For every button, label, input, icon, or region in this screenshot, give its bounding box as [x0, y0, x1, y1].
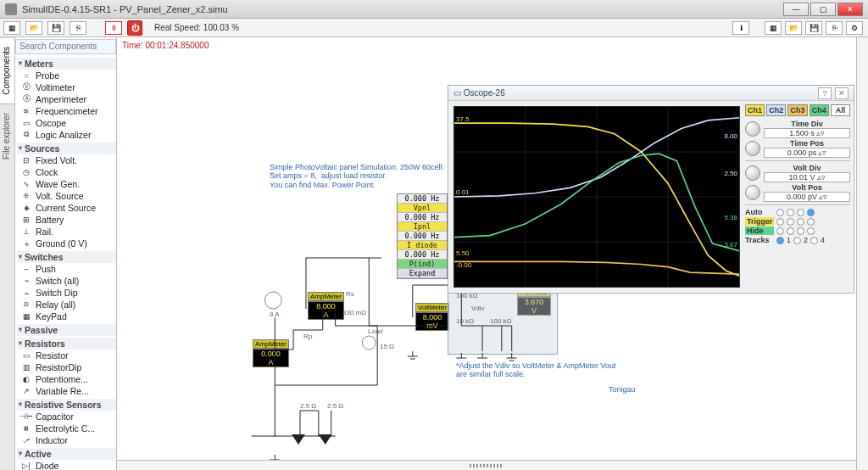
component-battery[interactable]: ⊞Battery — [17, 214, 116, 226]
category-active[interactable]: Active — [17, 448, 116, 460]
hide-ch4[interactable] — [807, 227, 815, 235]
component-capacitor[interactable]: ⊣⊢Capacitor — [17, 411, 116, 422]
knob-timepos[interactable] — [745, 141, 760, 156]
auto-ch3[interactable] — [797, 209, 804, 216]
hide-ch3[interactable] — [797, 227, 804, 235]
component-icon: ◐ — [20, 375, 32, 383]
toolbar-r5-icon[interactable]: ⚙ — [846, 21, 863, 35]
component-potentiome-[interactable]: ◐Potentiome... — [17, 373, 116, 385]
component-label: Switch (all) — [36, 276, 79, 286]
component-clock[interactable]: ◷Clock — [17, 166, 116, 178]
auto-ch1[interactable] — [776, 209, 784, 216]
toolbar-power-icon[interactable]: ⏻ — [127, 20, 142, 36]
tab-components[interactable]: Components — [0, 37, 14, 104]
component-icon: ∿ — [20, 180, 32, 188]
tracks-4[interactable] — [810, 237, 818, 244]
input-voltpos[interactable]: 0.000 pV▵▿ — [764, 192, 850, 202]
main-toolbar: ▦ 📂 💾 ⎘ ⏸ ⏻ Real Speed: 100.03 % ℹ ▦ 📂 💾… — [0, 19, 868, 37]
tracks-1[interactable] — [776, 237, 784, 244]
component-diode[interactable]: ▷|Diode — [17, 460, 116, 471]
component-ground-0-v-[interactable]: ⏚Ground (0 V) — [17, 238, 116, 249]
toolbar-saveas-icon[interactable]: ⎘ — [70, 21, 86, 35]
bottom-splitter[interactable] — [117, 460, 856, 470]
trig-ch2[interactable] — [787, 218, 794, 226]
oscope-close-icon[interactable]: ✕ — [835, 87, 849, 99]
tab-ch4[interactable]: Ch4 — [810, 104, 829, 116]
component-resistordip[interactable]: ▥ResistorDip — [17, 361, 116, 373]
tab-file-explorer[interactable]: File explorer — [0, 104, 14, 168]
category-resistive-sensors[interactable]: Resistive Sensors — [17, 399, 116, 411]
component-resistor[interactable]: ▭Resistor — [17, 350, 116, 361]
component-label: Switch Dip — [36, 288, 78, 298]
toolbar-save-icon[interactable]: 💾 — [47, 21, 64, 35]
hide-ch2[interactable] — [787, 227, 794, 235]
close-button[interactable]: ✕ — [837, 3, 863, 16]
component-volt-source[interactable]: ⁜Volt. Source — [17, 190, 116, 202]
component-logic-analizer[interactable]: ⧉Logic Analizer — [17, 129, 116, 141]
component-switch-all-[interactable]: ⌁Switch (all) — [17, 275, 116, 287]
component-push[interactable]: –Push — [17, 263, 116, 275]
component-current-source[interactable]: ◈Current Source — [17, 202, 116, 214]
minimize-button[interactable]: — — [783, 3, 809, 16]
component-amperimeter[interactable]: ⒶAmperimeter — [17, 93, 116, 105]
hide-ch1[interactable] — [776, 227, 784, 235]
tab-ch2[interactable]: Ch2 — [766, 104, 786, 116]
component-label: Fixed Volt. — [36, 155, 77, 165]
toolbar-r1-icon[interactable]: ▦ — [765, 21, 782, 35]
component-inductor[interactable]: ⍻Inductor — [17, 434, 116, 446]
toolbar-pause-icon[interactable]: ⏸ — [105, 21, 122, 35]
component-label: Clock — [36, 167, 58, 177]
component-icon: ▭ — [20, 119, 32, 127]
tab-chall[interactable]: All — [831, 104, 850, 116]
input-timediv[interactable]: 1.500 s▵▿ — [764, 128, 850, 138]
tab-ch3[interactable]: Ch3 — [787, 104, 807, 116]
component-switch-dip[interactable]: ⫠Switch Dip — [17, 287, 116, 299]
schematic-canvas[interactable]: Time: 00:01:24.850000 Simple PhotoVoltai… — [117, 37, 856, 470]
category-switches[interactable]: Switches — [17, 251, 116, 263]
component-rail-[interactable]: ⊥Rail. — [17, 226, 116, 238]
knob-voltdiv[interactable] — [745, 165, 760, 181]
category-sources[interactable]: Sources — [17, 143, 116, 154]
search-input[interactable] — [15, 39, 116, 54]
knob-voltpos[interactable] — [745, 185, 760, 200]
auto-ch2[interactable] — [787, 209, 794, 216]
trig-ch1[interactable] — [776, 218, 784, 226]
toolbar-r4-icon[interactable]: ⎘ — [826, 21, 843, 35]
axis-r-c: 5.38 — [724, 214, 737, 221]
component-oscope[interactable]: ▭Oscope — [17, 117, 116, 129]
tracks-2[interactable] — [793, 237, 801, 244]
trig-ch4[interactable] — [807, 218, 815, 226]
oscope-header[interactable]: ▭ Oscope-26 ? ✕ — [448, 86, 854, 101]
auto-ch4[interactable] — [807, 209, 815, 216]
input-voltdiv[interactable]: 10.01 V▵▿ — [764, 172, 850, 182]
input-timepos[interactable]: 0.000 ps▵▿ — [764, 148, 850, 158]
toolbar-r2-icon[interactable]: 📂 — [785, 21, 802, 35]
maximize-button[interactable]: ▢ — [810, 3, 836, 16]
category-meters[interactable]: Meters — [17, 58, 116, 70]
toolbar-info-icon[interactable]: ℹ — [732, 21, 749, 35]
component-probe[interactable]: ○Probe — [17, 70, 116, 81]
component-variable-re-[interactable]: ↗Variable Re... — [17, 385, 116, 397]
component-keypad[interactable]: ▦KeyPad — [17, 311, 116, 322]
toolbar-r3-icon[interactable]: 💾 — [805, 21, 822, 35]
oscope-panel[interactable]: ▭ Oscope-26 ? ✕ — [448, 85, 854, 294]
trig-ch3[interactable] — [797, 218, 804, 226]
component-wave-gen-[interactable]: ∿Wave Gen. — [17, 178, 116, 190]
tab-ch1[interactable]: Ch1 — [745, 104, 765, 116]
oscope-help-icon[interactable]: ? — [818, 87, 832, 99]
oscope-controls: Ch1 Ch2 Ch3 Ch4 All Time Div 1.500 s▵▿ T… — [745, 101, 854, 293]
component-relay-all-[interactable]: ⧈Relay (all) — [17, 299, 116, 311]
label-k100b: 100 kΩ — [490, 317, 512, 325]
component-label: Oscope — [36, 118, 66, 128]
knob-timediv[interactable] — [745, 121, 760, 137]
component-label: ResistorDip — [36, 362, 81, 372]
toolbar-new-icon[interactable]: ▦ — [3, 21, 20, 35]
component-frequencimeter[interactable]: ≋Frequencimeter — [17, 105, 116, 117]
component-voltimeter[interactable]: ⓋVoltimeter — [17, 81, 116, 93]
toolbar-open-icon[interactable]: 📂 — [25, 21, 42, 35]
component-electrolytic-c-[interactable]: ⧻Electrolytic C... — [17, 422, 116, 434]
category-passive[interactable]: Passive — [17, 324, 116, 336]
component-fixed-volt-[interactable]: ⊟Fixed Volt. — [17, 154, 116, 166]
category-resistors[interactable]: Resistors — [17, 338, 116, 350]
oscope-plot[interactable]: 37.5 0.01 5.50 -0.00 8.00 2.50 5.38 3.67 — [453, 106, 740, 288]
